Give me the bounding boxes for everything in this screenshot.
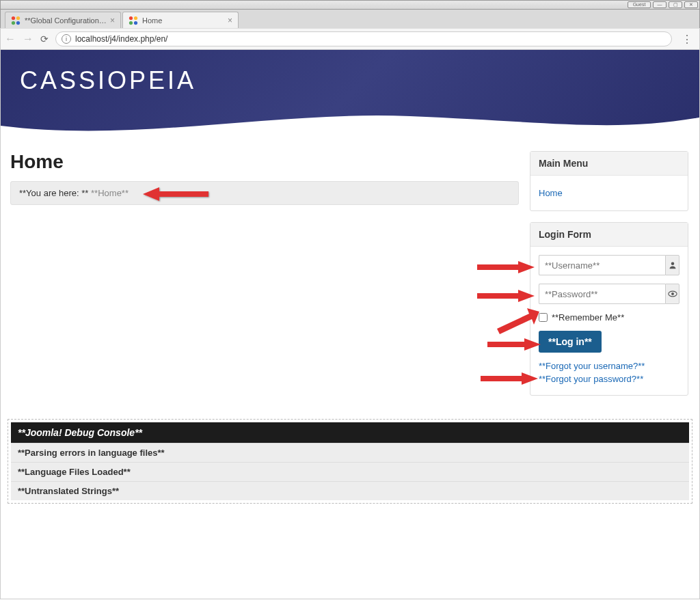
breadcrumb: **You are here: ** **Home** [10, 181, 519, 205]
window-maximize-button[interactable]: ▢ [669, 1, 682, 8]
reload-button[interactable]: ⟳ [40, 33, 49, 44]
browser-tab-active[interactable]: Home × [122, 12, 239, 28]
url-text: localhost/j4/index.php/en/ [75, 34, 167, 44]
remember-me-checkbox[interactable] [539, 313, 548, 322]
svg-point-3 [16, 21, 20, 24]
os-titlebar: Guest — ▢ ✕ [0, 0, 700, 10]
forgot-username-link[interactable]: **Forgot your username?** [539, 361, 679, 371]
remember-me-row[interactable]: **Remember Me** [539, 312, 679, 323]
eye-icon[interactable] [665, 284, 679, 304]
tab-title: Home [142, 16, 225, 25]
debug-row[interactable]: **Parsing errors in language files** [11, 443, 689, 462]
menu-link-home[interactable]: Home [539, 184, 679, 202]
svg-point-0 [12, 16, 15, 19]
login-button[interactable]: **Log in** [539, 331, 602, 353]
tab-title: **Global Configuration** - [25, 16, 107, 25]
svg-point-1 [16, 16, 20, 19]
site-brand: CASSIOPEIA [20, 66, 196, 95]
browser-menu-button[interactable]: ⋮ [679, 33, 695, 46]
svg-point-4 [129, 16, 133, 19]
svg-point-10 [671, 292, 674, 295]
content-area: Home **You are here: ** **Home** Main Me… [1, 139, 699, 413]
svg-point-8 [671, 262, 674, 266]
page-viewport: CASSIOPEIA Home **You are here: ** **Hom… [0, 50, 700, 599]
forward-button[interactable]: → [23, 33, 33, 45]
breadcrumb-label: **You are here: ** [19, 188, 88, 198]
window-minimize-button[interactable]: — [653, 1, 667, 8]
username-input[interactable] [539, 255, 665, 275]
close-icon[interactable]: × [228, 16, 232, 25]
debug-console: **Joomla! Debug Console** **Parsing erro… [8, 419, 692, 504]
password-row [539, 284, 679, 304]
breadcrumb-current: **Home** [91, 188, 129, 198]
browser-tab-strip: **Global Configuration** - × Home × [0, 10, 700, 28]
forgot-password-link[interactable]: **Forgot your password?** [539, 374, 679, 384]
login-form-heading: Login Form [530, 223, 688, 247]
browser-tab[interactable]: **Global Configuration** - × [5, 12, 121, 28]
svg-point-2 [12, 21, 15, 24]
debug-console-title: **Joomla! Debug Console** [11, 422, 689, 443]
joomla-icon [129, 16, 138, 25]
page-title: Home [10, 151, 519, 173]
login-form-card: Login Form [530, 222, 688, 396]
close-icon[interactable]: × [110, 16, 115, 25]
user-icon [665, 255, 679, 275]
main-menu-heading: Main Menu [530, 152, 688, 176]
username-row [539, 255, 679, 275]
back-button[interactable]: ← [5, 33, 16, 45]
wave-decoration [1, 105, 699, 139]
browser-toolbar: ← → ⟳ i localhost/j4/index.php/en/ ⋮ [0, 28, 700, 50]
svg-point-7 [134, 21, 137, 24]
site-header: CASSIOPEIA [1, 50, 699, 139]
svg-point-5 [134, 16, 137, 19]
svg-point-6 [129, 21, 133, 24]
guest-badge: Guest [628, 1, 651, 8]
debug-row[interactable]: **Untranslated Strings** [11, 481, 689, 500]
main-column: Home **You are here: ** **Home** [10, 151, 519, 407]
window-close-button[interactable]: ✕ [684, 1, 698, 8]
remember-me-label: **Remember Me** [552, 312, 624, 323]
address-bar[interactable]: i localhost/j4/index.php/en/ [55, 31, 672, 46]
sidebar-column: Main Menu Home Login Form [530, 151, 688, 407]
password-input[interactable] [539, 284, 665, 304]
joomla-icon [11, 16, 21, 25]
debug-row[interactable]: **Language Files Loaded** [11, 462, 689, 481]
main-menu-card: Main Menu Home [530, 151, 688, 211]
info-icon[interactable]: i [62, 34, 71, 44]
